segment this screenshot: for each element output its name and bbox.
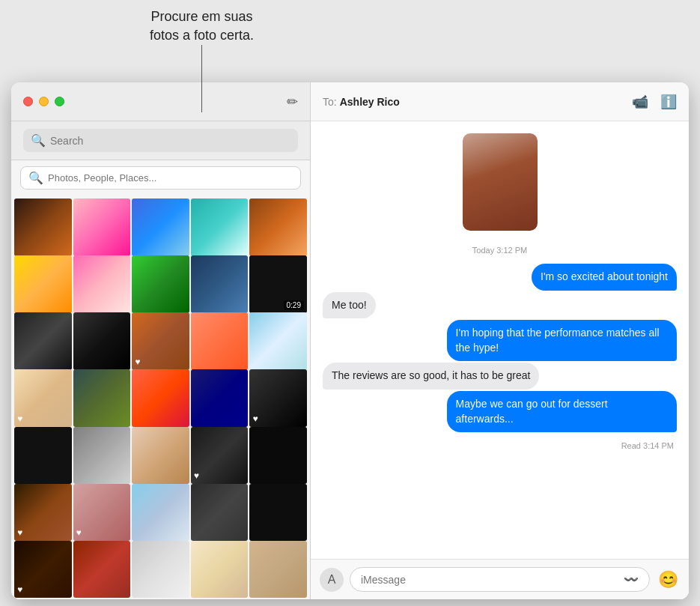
photos-search-bar: 🔍 [11,160,310,196]
sent-bubble: I'm hoping that the performance matches … [447,320,677,361]
photo-cell[interactable] [249,541,307,599]
main-search-icon: 🔍 [31,133,46,148]
photo-cell[interactable] [132,541,189,599]
tooltip-annotation: Procure em suas fotos a foto certa. [150,7,254,112]
message-row: Me too! [323,292,677,319]
received-bubble: Me too! [323,292,376,319]
photo-cell[interactable] [191,199,249,256]
emoji-button[interactable]: 😊 [656,568,680,592]
messages-to: To: Ashley Rico [323,96,400,108]
photo-cell[interactable]: ♥ [73,484,131,542]
message-row: Maybe we can go out for dessert afterwar… [323,391,677,432]
message-row: I'm so excited about tonight [323,264,677,291]
photo-cell[interactable] [14,312,72,370]
main-search-inner: 🔍 [23,129,298,152]
video-call-icon[interactable]: 📹 [632,94,648,110]
photo-grid: 0:29♥♥♥♥♥♥♥ [11,196,310,599]
photo-cell[interactable] [249,312,307,370]
photo-cell[interactable] [73,199,131,256]
tooltip-line [201,45,202,112]
traffic-lights [23,97,64,106]
app-store-button[interactable]: A [320,568,344,592]
photo-cell[interactable]: ♥ [14,484,72,542]
photo-cell[interactable] [249,199,307,256]
message-input-wrapper: 〰️ [350,567,650,592]
photo-cell[interactable]: ♥ [249,369,307,427]
photo-cell[interactable] [191,312,249,370]
chat-input-area: A 〰️ 😊 [311,559,689,599]
annotation-line2: fotos a foto certa. [150,28,254,43]
photo-cell[interactable] [249,484,307,542]
photo-cell[interactable] [132,427,189,485]
photo-cell[interactable] [249,427,307,485]
read-receipt: Read 3:14 PM [323,441,677,450]
photo-cell[interactable] [73,312,131,370]
compose-icon[interactable]: ✏ [287,94,298,110]
messages-container: I'm so excited about tonightMe too!I'm h… [323,264,677,434]
contact-photo [463,133,538,231]
to-label: To: [323,96,337,108]
header-icons: 📹 ℹ️ [632,94,677,110]
photos-search-icon: 🔍 [28,171,43,185]
photo-cell[interactable] [73,255,131,313]
message-row: The reviews are so good, it has to be gr… [323,363,677,390]
photo-cell[interactable]: 0:29 [249,255,307,313]
photo-cell[interactable] [14,427,72,485]
fullscreen-button[interactable] [55,97,64,106]
photo-cell[interactable] [132,199,189,256]
photo-cell[interactable]: ♥ [14,369,72,427]
photo-cell[interactable] [191,255,249,313]
photo-cell[interactable] [14,199,72,256]
sent-bubble: Maybe we can go out for dessert afterwar… [447,391,677,432]
right-panel: To: Ashley Rico 📹 ℹ️ Today 3:12 PM I'm s… [311,82,689,599]
close-button[interactable] [23,97,33,106]
photo-cell[interactable] [132,369,189,427]
message-input[interactable] [361,574,624,586]
photo-cell[interactable] [191,484,249,542]
photo-cell[interactable] [14,255,72,313]
main-search-container: 🔍 [11,121,310,160]
audio-waveform-icon[interactable]: 〰️ [624,572,639,587]
app-store-icon: A [328,573,336,587]
info-icon[interactable]: ℹ️ [660,94,677,110]
messages-header: To: Ashley Rico 📹 ℹ️ [311,82,689,121]
photo-cell[interactable] [191,369,249,427]
minimize-button[interactable] [39,97,49,106]
sent-bubble: I'm so excited about tonight [532,264,677,291]
received-bubble: The reviews are so good, it has to be gr… [323,363,539,390]
contact-name: Ashley Rico [340,96,400,108]
photo-cell[interactable]: ♥ [191,427,249,485]
photo-cell[interactable]: ♥ [14,541,72,599]
chat-area: Today 3:12 PM I'm so excited about tonig… [311,121,689,559]
main-search-input[interactable] [50,135,290,147]
left-panel: ✏ 🔍 🔍 0:29♥♥♥♥♥♥♥ [11,82,311,599]
annotation-line1: Procure em suas [151,9,253,24]
timestamp: Today 3:12 PM [323,246,677,255]
message-row: I'm hoping that the performance matches … [323,320,677,361]
photo-cell[interactable] [73,369,131,427]
photos-search-inner: 🔍 [20,166,301,190]
photo-cell[interactable] [73,427,131,485]
app-window: ✏ 🔍 🔍 0:29♥♥♥♥♥♥♥ To: Ashley Rico [11,82,689,599]
photos-search-input[interactable] [48,172,293,184]
photo-cell[interactable]: ♥ [132,312,189,370]
photo-cell[interactable] [73,541,131,599]
photo-cell[interactable] [132,255,189,313]
photo-cell[interactable] [132,484,189,542]
photo-cell[interactable] [191,541,249,599]
